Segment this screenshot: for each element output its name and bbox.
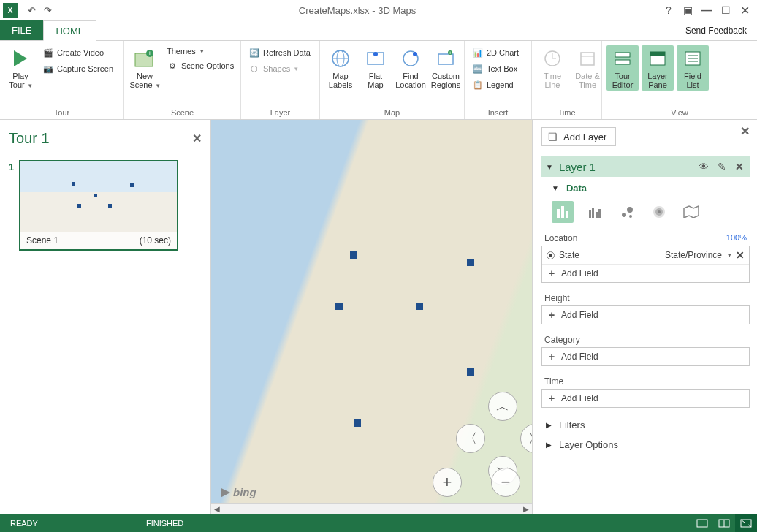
zoom-in-button[interactable]: +	[433, 468, 462, 497]
data-collapse-icon: ▼	[552, 184, 559, 192]
refresh-data-button[interactable]: 🔄Refresh Data	[246, 45, 313, 60]
tour-panel-close-button[interactable]: ✕	[192, 132, 202, 145]
data-section-header[interactable]: ▼ Data	[541, 177, 750, 197]
chart-icon: 📊	[472, 47, 484, 58]
svg-rect-31	[592, 208, 594, 218]
insert-group-label: Insert	[469, 107, 527, 119]
location-confidence[interactable]: 100%	[726, 233, 747, 243]
shapes-button[interactable]: ⬡Shapes▾	[246, 61, 313, 76]
scene-options-button[interactable]: ⚙Scene Options	[164, 58, 237, 73]
svg-rect-22	[650, 52, 665, 56]
status-view-normal-button[interactable]	[691, 514, 713, 532]
add-layer-button[interactable]: ❏ Add Layer	[541, 127, 616, 146]
maximize-button[interactable]: ☐	[716, 2, 735, 18]
send-feedback-link[interactable]: Send Feedback	[675, 20, 757, 40]
location-add-field-button[interactable]: + Add Field	[542, 264, 749, 282]
svg-point-39	[658, 210, 661, 213]
time-add-field-button[interactable]: + Add Field	[542, 390, 749, 407]
scroll-left-button[interactable]: ◀	[211, 505, 223, 513]
svg-rect-41	[697, 520, 707, 527]
themes-button[interactable]: Themes▾	[164, 45, 237, 57]
view-group-label: View	[606, 107, 753, 119]
layer-options-section[interactable]: ▶ Layer Options	[541, 435, 750, 455]
excel-icon: X	[3, 3, 18, 18]
chevron-right-icon: ▶	[546, 441, 552, 449]
visualization-type-row	[541, 197, 750, 230]
tour-group-label: Tour	[4, 107, 119, 119]
time-group-label: Time	[536, 107, 597, 119]
flat-map-icon	[364, 47, 387, 70]
legend-button[interactable]: 📋Legend	[469, 77, 522, 92]
scroll-right-button[interactable]: ▶	[520, 505, 532, 513]
clustered-column-viz-button[interactable]	[584, 201, 606, 223]
scene-index: 1	[9, 160, 19, 251]
home-tab[interactable]: HOME	[43, 20, 96, 41]
close-button[interactable]: ✕	[735, 2, 754, 18]
map-canvas[interactable]	[211, 120, 532, 514]
layer-rename-button[interactable]: ✎	[716, 161, 728, 172]
status-ready: READY	[0, 519, 48, 528]
map-labels-button[interactable]: Map Labels	[324, 45, 357, 91]
bubble-viz-button[interactable]	[616, 201, 638, 223]
rotate-left-button[interactable]: 〈	[456, 424, 485, 453]
flat-map-button[interactable]: Flat Map	[360, 45, 392, 91]
svg-point-35	[627, 207, 633, 213]
create-video-button[interactable]: 🎬Create Video	[39, 45, 116, 60]
tour-editor-icon	[611, 47, 634, 70]
svg-marker-0	[14, 50, 27, 66]
layer-header[interactable]: ▼ Layer 1 👁 ✎ ✕	[541, 156, 750, 177]
layer-pane-close-button[interactable]: ✕	[740, 124, 750, 138]
svg-text:+: +	[449, 50, 452, 56]
category-field-box: + Add Field	[541, 347, 750, 366]
plus-icon: +	[547, 309, 557, 321]
map-area[interactable]: ▶bing ︿ 〈 〉 ﹀ + − ◀ ▶	[210, 120, 532, 514]
field-list-button[interactable]: Field List	[677, 45, 709, 91]
new-scene-icon: +	[133, 47, 156, 70]
help-button[interactable]: ?	[659, 2, 678, 18]
heatmap-viz-button[interactable]	[648, 201, 670, 223]
minimize-button[interactable]: —	[697, 2, 716, 18]
stacked-column-viz-button[interactable]	[552, 201, 574, 223]
status-view-fullscreen-button[interactable]	[735, 514, 757, 532]
height-label: Height	[544, 293, 570, 303]
zoom-out-button[interactable]: −	[491, 468, 520, 497]
location-type-dropdown[interactable]: ▾	[728, 251, 731, 259]
location-field-box: State State/Province ▾ ✕ + Add Field	[541, 246, 750, 283]
filters-section[interactable]: ▶ Filters	[541, 415, 750, 435]
location-field-radio[interactable]	[547, 251, 555, 259]
layer-delete-button[interactable]: ✕	[734, 161, 745, 172]
layer-pane-button[interactable]: Layer Pane	[642, 45, 674, 91]
capture-screen-button[interactable]: 📷Capture Screen	[39, 61, 116, 76]
ribbon-options-button[interactable]: ▣	[678, 2, 697, 18]
file-tab[interactable]: FILE	[0, 20, 43, 40]
region-viz-button[interactable]	[680, 201, 702, 223]
location-field-remove-button[interactable]: ✕	[736, 249, 745, 261]
scene-thumbnail[interactable]: Scene 1 (10 sec)	[19, 160, 178, 251]
textbox-icon: 🔤	[472, 63, 484, 75]
redo-button[interactable]: ↷	[39, 2, 56, 18]
custom-regions-button[interactable]: +Custom Regions	[430, 45, 462, 91]
layer-pane: ✕ ❏ Add Layer ▼ Layer 1 👁 ✎ ✕ ▼ Data Loc…	[532, 120, 757, 514]
svg-rect-28	[561, 206, 564, 218]
map-horizontal-scrollbar[interactable]: ◀ ▶	[211, 503, 532, 514]
height-add-field-button[interactable]: + Add Field	[542, 306, 749, 324]
tour-editor-button[interactable]: Tour Editor	[606, 45, 639, 91]
legend-icon: 📋	[472, 79, 484, 91]
find-location-icon	[399, 47, 422, 70]
2d-chart-button[interactable]: 📊2D Chart	[469, 45, 522, 60]
ribbon: Play Tour ▾ 🎬Create Video 📷Capture Scree…	[0, 41, 757, 120]
add-layer-icon: ❏	[548, 131, 558, 142]
status-finished: FINISHED	[136, 519, 194, 528]
undo-button[interactable]: ↶	[23, 2, 39, 18]
scene-group-label: Scene	[129, 107, 236, 119]
text-box-button[interactable]: 🔤Text Box	[469, 61, 522, 76]
play-tour-button[interactable]: Play Tour ▾	[4, 45, 37, 91]
category-add-field-button[interactable]: + Add Field	[542, 348, 749, 365]
location-field-row[interactable]: State State/Province ▾ ✕	[542, 246, 749, 264]
title-bar: X ↶ ↷ CreateMaps.xlsx - 3D Maps ? ▣ — ☐ …	[0, 0, 757, 20]
status-view-layout-button[interactable]	[713, 514, 735, 532]
tilt-up-button[interactable]: ︿	[488, 392, 517, 421]
find-location-button[interactable]: Find Location	[395, 45, 427, 91]
new-scene-button[interactable]: + New Scene ▾	[129, 45, 161, 91]
layer-visibility-button[interactable]: 👁	[697, 161, 710, 172]
